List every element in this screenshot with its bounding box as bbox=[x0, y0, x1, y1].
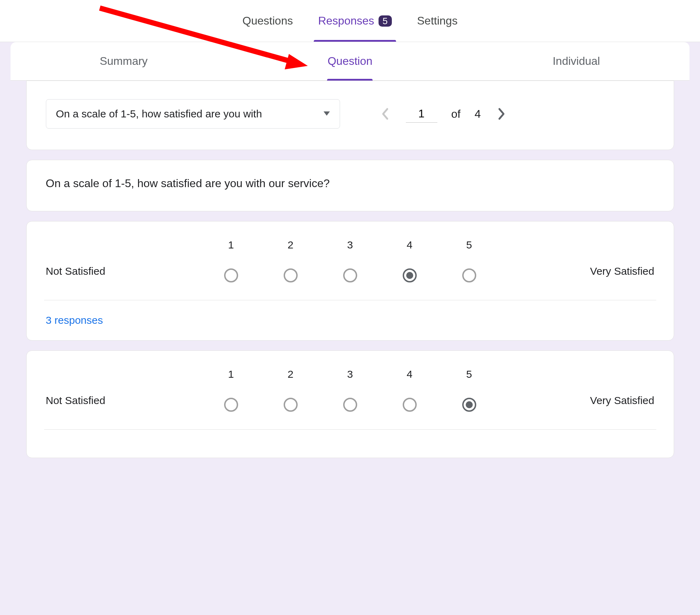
subtab-individual-label: Individual bbox=[553, 55, 600, 67]
top-tabs: Questions Responses 5 Settings bbox=[0, 0, 700, 42]
scale-option: 2 bbox=[277, 239, 305, 282]
scale-option: 1 bbox=[217, 239, 245, 282]
scale-option: 3 bbox=[336, 239, 364, 282]
scale-number: 1 bbox=[228, 368, 234, 380]
divider bbox=[44, 429, 656, 430]
pager-of-label: of bbox=[451, 108, 461, 121]
scale-option: 3 bbox=[336, 368, 364, 412]
radio-option bbox=[403, 398, 417, 412]
tab-settings[interactable]: Settings bbox=[413, 0, 462, 42]
question-dropdown[interactable]: On a scale of 1-5, how satisfied are you… bbox=[46, 99, 340, 129]
scale-number: 5 bbox=[466, 239, 472, 251]
radio-option bbox=[462, 268, 476, 282]
scale-option: 5 bbox=[455, 368, 483, 412]
sub-tabs-card: Summary Question Individual bbox=[11, 42, 689, 81]
response-card: Not Satisfied12345Very Satisfied3 respon… bbox=[26, 221, 674, 341]
radio-option bbox=[284, 398, 298, 412]
scale-number: 4 bbox=[407, 239, 413, 251]
scale-option: 1 bbox=[217, 368, 245, 412]
tab-responses[interactable]: Responses 5 bbox=[314, 0, 396, 42]
scale-options: 12345 bbox=[217, 239, 483, 282]
chevron-right-icon bbox=[498, 108, 506, 120]
chevron-left-icon bbox=[381, 108, 389, 120]
svg-marker-3 bbox=[324, 111, 330, 116]
radio-option bbox=[224, 268, 238, 282]
scale-low-label: Not Satisfied bbox=[46, 265, 165, 277]
subtab-summary[interactable]: Summary bbox=[11, 42, 237, 80]
radio-option bbox=[462, 398, 476, 412]
scale-option: 4 bbox=[396, 239, 424, 282]
tab-settings-label: Settings bbox=[417, 14, 458, 27]
pager-next-button[interactable] bbox=[495, 107, 509, 121]
question-title: On a scale of 1-5, how satisfied are you… bbox=[46, 177, 654, 190]
subtab-summary-label: Summary bbox=[100, 55, 148, 67]
radio-option bbox=[284, 268, 298, 282]
sub-tabs: Summary Question Individual bbox=[11, 42, 689, 80]
responses-count-link[interactable]: 3 responses bbox=[46, 314, 654, 326]
scale-row: Not Satisfied12345Very Satisfied bbox=[46, 239, 654, 300]
scale-number: 3 bbox=[347, 368, 353, 380]
radio-option bbox=[343, 268, 357, 282]
radio-option bbox=[224, 398, 238, 412]
pager-current-input[interactable] bbox=[406, 105, 437, 123]
scale-option: 2 bbox=[277, 368, 305, 412]
scale-option: 4 bbox=[396, 368, 424, 412]
scale-number: 2 bbox=[287, 368, 293, 380]
pager-total: 4 bbox=[474, 108, 481, 121]
subtab-individual[interactable]: Individual bbox=[463, 42, 689, 80]
scale-number: 2 bbox=[287, 239, 293, 251]
question-selector-card: On a scale of 1-5, how satisfied are you… bbox=[26, 81, 674, 150]
scale-number: 5 bbox=[466, 368, 472, 380]
scale-option: 5 bbox=[455, 239, 483, 282]
responses-count-badge: 5 bbox=[379, 15, 392, 27]
tab-questions-label: Questions bbox=[242, 14, 293, 27]
scale-low-label: Not Satisfied bbox=[46, 395, 165, 406]
pager: of 4 bbox=[378, 105, 509, 123]
response-card: Not Satisfied12345Very Satisfied bbox=[26, 350, 674, 458]
question-dropdown-text: On a scale of 1-5, how satisfied are you… bbox=[56, 108, 262, 120]
scale-number: 4 bbox=[407, 368, 413, 380]
pager-prev-button[interactable] bbox=[378, 107, 392, 121]
subtab-question-label: Question bbox=[327, 55, 372, 67]
tab-questions[interactable]: Questions bbox=[238, 0, 297, 42]
scale-high-label: Very Satisfied bbox=[535, 265, 654, 277]
radio-option bbox=[403, 268, 417, 282]
caret-down-icon bbox=[324, 111, 330, 117]
scale-high-label: Very Satisfied bbox=[535, 395, 654, 406]
question-text-card: On a scale of 1-5, how satisfied are you… bbox=[26, 160, 674, 211]
scale-number: 1 bbox=[228, 239, 234, 251]
scale-number: 3 bbox=[347, 239, 353, 251]
subtab-question[interactable]: Question bbox=[237, 42, 463, 80]
divider bbox=[44, 300, 656, 300]
tab-responses-label: Responses bbox=[318, 14, 374, 27]
radio-option bbox=[343, 398, 357, 412]
scale-row: Not Satisfied12345Very Satisfied bbox=[46, 368, 654, 429]
scale-options: 12345 bbox=[217, 368, 483, 412]
